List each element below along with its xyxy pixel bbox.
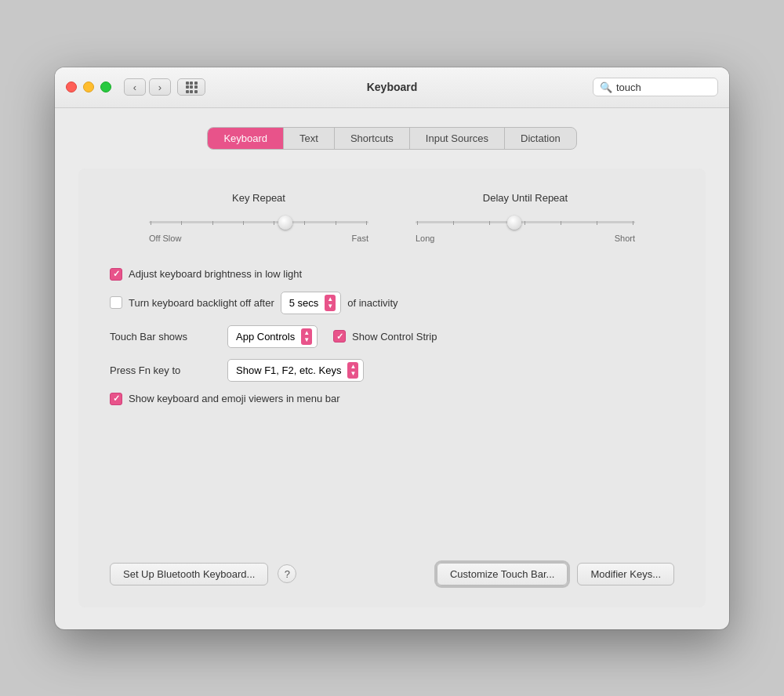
turn-off-backlight-row: Turn keyboard backlight off after 5 secs… xyxy=(110,292,674,314)
tab-text[interactable]: Text xyxy=(284,128,335,149)
adjust-brightness-checkbox[interactable] xyxy=(110,268,122,281)
delay-repeat-slider[interactable] xyxy=(416,215,635,230)
traffic-lights xyxy=(66,82,111,92)
key-repeat-off-label: Off Slow xyxy=(149,234,181,243)
key-repeat-slider-group: Key Repeat xyxy=(149,192,368,243)
bottom-buttons: Customize Touch Bar... Modifier Keys... xyxy=(437,563,674,585)
touchbar-shows-row: Touch Bar shows App Controls ▲ ▼ Show Co… xyxy=(110,325,674,348)
help-button[interactable]: ? xyxy=(278,564,296,583)
customize-touch-bar-button[interactable]: Customize Touch Bar... xyxy=(437,563,568,585)
set-up-bluetooth-button[interactable]: Set Up Bluetooth Keyboard... xyxy=(110,563,268,585)
inactivity-arrows-icon: ▲ ▼ xyxy=(325,295,336,311)
show-emoji-row: Show keyboard and emoji viewers in menu … xyxy=(110,393,674,405)
grid-button[interactable] xyxy=(177,78,205,96)
turn-off-backlight-checkbox[interactable] xyxy=(110,296,122,309)
key-repeat-slider[interactable] xyxy=(149,215,368,230)
touchbar-shows-label: Touch Bar shows xyxy=(110,331,220,343)
tab-dictation[interactable]: Dictation xyxy=(505,128,576,149)
search-input[interactable] xyxy=(616,82,729,93)
keyboard-panel: Key Repeat xyxy=(78,169,706,607)
show-emoji-checkbox[interactable] xyxy=(110,393,122,405)
search-box[interactable]: 🔍 ✕ xyxy=(593,78,718,96)
close-button[interactable] xyxy=(66,82,77,92)
maximize-button[interactable] xyxy=(100,82,111,92)
of-inactivity-label: of inactivity xyxy=(347,297,397,309)
tab-keyboard[interactable]: Keyboard xyxy=(208,128,284,149)
key-repeat-minmax: Off Slow Fast xyxy=(149,234,368,243)
press-fn-row: Press Fn key to Show F1, F2, etc. Keys ▲… xyxy=(110,359,674,382)
tab-bar: Keyboard Text Shortcuts Input Sources Di… xyxy=(207,127,576,150)
press-fn-arrows-icon: ▲ ▼ xyxy=(347,362,358,379)
window-title: Keyboard xyxy=(367,81,418,93)
adjust-brightness-row: Adjust keyboard brightness in low light xyxy=(110,268,674,281)
keyboard-preferences-window: ‹ › Keyboard 🔍 ✕ Keyboard Text Shortcuts… xyxy=(55,67,729,629)
key-repeat-fast-label: Fast xyxy=(352,234,368,243)
press-fn-label: Press Fn key to xyxy=(110,364,220,376)
search-icon: 🔍 xyxy=(600,82,612,93)
delay-repeat-label: Delay Until Repeat xyxy=(483,192,568,204)
touchbar-shows-value: App Controls xyxy=(236,331,295,343)
modifier-keys-button[interactable]: Modifier Keys... xyxy=(577,563,674,585)
minimize-button[interactable] xyxy=(83,82,94,92)
show-control-strip-label: Show Control Strip xyxy=(352,331,437,343)
key-repeat-label: Key Repeat xyxy=(232,192,285,204)
turn-off-backlight-label: Turn keyboard backlight off after xyxy=(129,297,274,309)
tabs-container: Keyboard Text Shortcuts Input Sources Di… xyxy=(78,127,706,150)
delay-repeat-slider-group: Delay Until Repeat xyxy=(416,192,635,243)
sliders-section: Key Repeat xyxy=(110,192,674,243)
titlebar: ‹ › Keyboard 🔍 ✕ xyxy=(55,67,729,108)
press-fn-dropdown[interactable]: Show F1, F2, etc. Keys ▲ ▼ xyxy=(227,359,364,382)
delay-long-label: Long xyxy=(416,234,434,243)
content-area: Keyboard Text Shortcuts Input Sources Di… xyxy=(55,108,729,629)
delay-repeat-minmax: Long Short xyxy=(416,234,635,243)
tab-shortcuts[interactable]: Shortcuts xyxy=(335,128,410,149)
forward-button[interactable]: › xyxy=(149,78,171,96)
show-emoji-label: Show keyboard and emoji viewers in menu … xyxy=(129,393,340,404)
inactivity-value: 5 secs xyxy=(289,297,319,309)
tab-input-sources[interactable]: Input Sources xyxy=(410,128,505,149)
nav-buttons: ‹ › xyxy=(124,78,171,96)
show-control-strip-row: Show Control Strip xyxy=(333,330,437,343)
touchbar-shows-arrows-icon: ▲ ▼ xyxy=(301,328,312,345)
grid-icon xyxy=(186,82,198,93)
back-button[interactable]: ‹ xyxy=(124,78,146,96)
inactivity-dropdown[interactable]: 5 secs ▲ ▼ xyxy=(281,292,342,314)
show-control-strip-checkbox[interactable] xyxy=(333,330,346,343)
adjust-brightness-label: Adjust keyboard brightness in low light xyxy=(129,268,302,280)
delay-short-label: Short xyxy=(615,234,635,243)
press-fn-value: Show F1, F2, etc. Keys xyxy=(236,364,341,376)
bluetooth-row: Set Up Bluetooth Keyboard... ? xyxy=(110,563,296,585)
touchbar-shows-dropdown[interactable]: App Controls ▲ ▼ xyxy=(227,325,318,348)
